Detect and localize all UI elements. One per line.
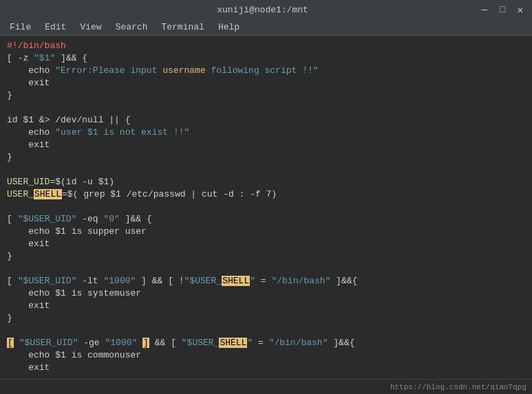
menu-view[interactable]: View — [73, 21, 108, 34]
minimize-button[interactable]: — — [478, 3, 491, 16]
maximize-button[interactable]: □ — [496, 3, 509, 16]
url-text: https://blog.csdn.net/qiaoTqpg — [390, 383, 526, 391]
statusbar: https://blog.csdn.net/qiaoTqpg — [0, 379, 532, 394]
menu-help[interactable]: Help — [211, 21, 246, 34]
titlebar: xuniji@node1:/mnt — □ ✕ — [0, 0, 532, 19]
menubar: File Edit View Search Terminal Help — [0, 19, 532, 36]
menu-file[interactable]: File — [3, 21, 38, 34]
menu-edit[interactable]: Edit — [38, 21, 73, 34]
close-button[interactable]: ✕ — [514, 3, 526, 16]
menu-terminal[interactable]: Terminal — [154, 21, 211, 34]
terminal-content[interactable]: #!/bin/bash [ -z "$1" ]&& { echo "Error:… — [0, 36, 532, 379]
titlebar-controls[interactable]: — □ ✕ — [478, 3, 526, 16]
menu-search[interactable]: Search — [109, 21, 155, 34]
titlebar-title: xuniji@node1:/mnt — [47, 5, 478, 15]
